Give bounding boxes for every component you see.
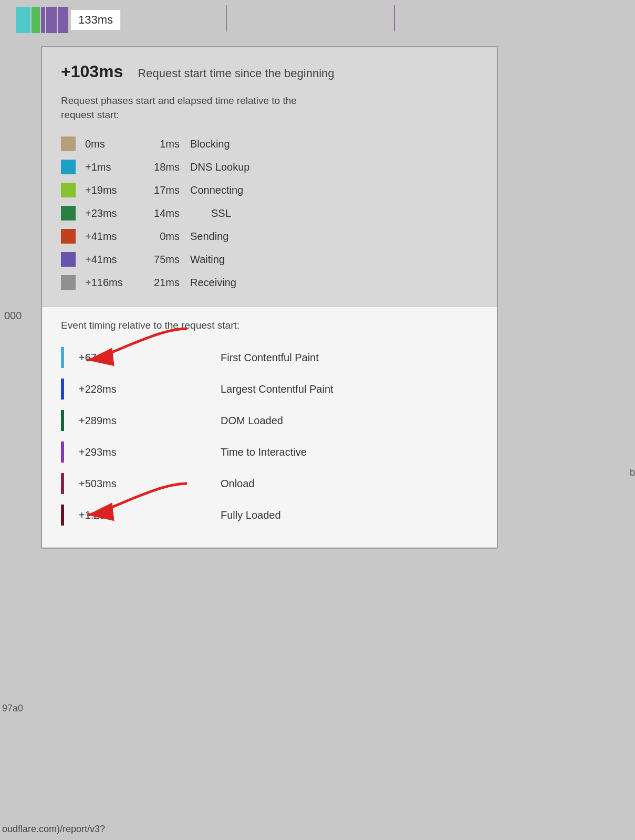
phase-duration-receiving: 21ms	[138, 277, 180, 289]
event-name-lcp: Largest Contentful Paint	[221, 383, 334, 395]
color-block-4	[46, 7, 57, 33]
phase-duration-ssl: 14ms	[138, 207, 180, 219]
event-row-dom: +289ms DOM Loaded	[61, 405, 478, 436]
phase-duration-blocking: 1ms	[138, 138, 180, 150]
phase-start-connecting: +19ms	[85, 184, 138, 196]
phase-row: 0ms 1ms Blocking	[61, 132, 478, 155]
color-block-1	[16, 7, 30, 33]
event-name-fcp: First Contentful Paint	[221, 352, 319, 364]
header-time: +103ms	[61, 62, 123, 81]
right-partial-label: b	[630, 467, 635, 478]
phase-start-ssl: +23ms	[85, 207, 138, 219]
event-bar-onload	[61, 473, 64, 494]
event-row-fl: +1.2s Fully Loaded	[61, 499, 478, 531]
upper-section: +103ms Request start time since the begi…	[42, 47, 497, 307]
phase-color-connecting	[61, 183, 76, 197]
bottom-left-label: 97a0	[2, 703, 23, 714]
color-blocks	[16, 4, 68, 36]
phase-start-dns: +1ms	[85, 161, 138, 173]
event-bar-fl	[61, 505, 64, 526]
phase-name-sending: Sending	[190, 230, 228, 243]
phase-row: +41ms 0ms Sending	[61, 225, 478, 248]
event-row-fcp: +67ms First Contentful Paint	[61, 342, 478, 373]
lower-section: Event timing relative to the request sta…	[42, 307, 497, 548]
phase-row: +19ms 17ms Connecting	[61, 178, 478, 202]
red-arrow-fcp	[77, 326, 192, 368]
phase-color-ssl	[61, 206, 76, 220]
event-row-tti: +293ms Time to Interactive	[61, 436, 478, 468]
phase-name-connecting: Connecting	[190, 184, 243, 196]
phase-start-sending: +41ms	[85, 230, 138, 243]
phase-duration-dns: 18ms	[138, 161, 180, 173]
time-badge: 133ms	[70, 9, 121, 30]
event-bar-fcp	[61, 347, 64, 368]
event-name-dom: DOM Loaded	[221, 415, 283, 427]
event-bar-tti	[61, 442, 64, 463]
phase-row: +1ms 18ms DNS Lookup	[61, 155, 478, 178]
phase-color-receiving	[61, 275, 76, 290]
header-desc: Request start time since the beginning	[138, 67, 334, 80]
header-row: +103ms Request start time since the begi…	[61, 62, 478, 81]
vertical-marker-2	[394, 5, 395, 32]
phase-duration-connecting: 17ms	[138, 184, 180, 196]
color-block-2	[32, 7, 40, 33]
phase-name-waiting: Waiting	[190, 254, 225, 266]
red-arrow-fl	[77, 481, 192, 523]
event-time-tti: +293ms	[79, 446, 137, 458]
left-label: 000	[0, 310, 22, 322]
phase-name-ssl: SSL	[211, 207, 231, 219]
phase-row: +41ms 75ms Waiting	[61, 248, 478, 271]
phase-start-receiving: +116ms	[85, 277, 138, 289]
phase-row: +23ms 14ms SSL	[61, 202, 478, 225]
event-name-tti: Time to Interactive	[221, 446, 307, 458]
phase-start-blocking: 0ms	[85, 138, 138, 150]
vertical-marker-1	[226, 5, 227, 32]
subtext: Request phases start and elapsed time re…	[61, 94, 478, 122]
phases-table: 0ms 1ms Blocking +1ms 18ms DNS Lookup +1…	[61, 132, 478, 294]
phase-color-waiting	[61, 252, 76, 267]
phase-start-waiting: +41ms	[85, 254, 138, 266]
color-block-5	[58, 7, 68, 33]
phase-color-blocking	[61, 136, 76, 151]
event-time-lcp: +228ms	[79, 383, 137, 395]
event-name-fl: Fully Loaded	[221, 509, 281, 521]
phase-name-receiving: Receiving	[190, 277, 236, 289]
phase-color-sending	[61, 229, 76, 244]
phase-color-dns	[61, 160, 76, 174]
phase-name-blocking: Blocking	[190, 138, 230, 150]
phase-duration-sending: 0ms	[138, 230, 180, 243]
top-bar: 133ms	[0, 0, 635, 39]
event-name-onload: Onload	[221, 478, 255, 490]
event-bar-lcp	[61, 379, 64, 400]
phase-duration-waiting: 75ms	[138, 254, 180, 266]
bottom-url: oudflare.com)/report/v3?	[2, 824, 105, 835]
tooltip-container: +103ms Request start time since the begi…	[41, 46, 498, 549]
phase-row: +116ms 21ms Receiving	[61, 271, 478, 294]
event-row-lcp: +228ms Largest Contentful Paint	[61, 373, 478, 405]
event-time-dom: +289ms	[79, 415, 137, 427]
event-bar-dom	[61, 410, 64, 431]
color-block-3	[41, 7, 45, 33]
phase-name-dns: DNS Lookup	[190, 161, 249, 173]
